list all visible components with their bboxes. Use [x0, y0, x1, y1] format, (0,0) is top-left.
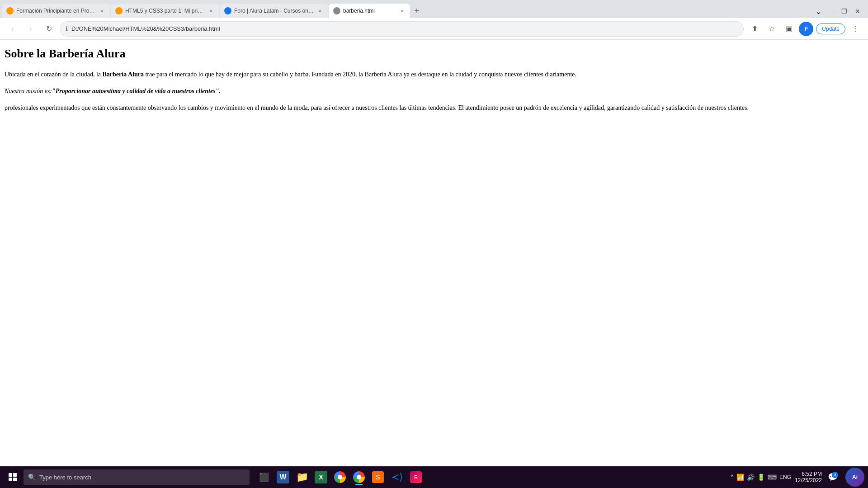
tab3-close[interactable]: × — [316, 7, 324, 14]
back-button[interactable]: ‹ — [5, 22, 20, 36]
tab4-label: barberia.html — [343, 8, 396, 14]
close-button[interactable]: ✕ — [852, 5, 863, 17]
tab-4[interactable]: barberia.html × — [329, 4, 410, 18]
clock-time: 6:52 PM — [802, 471, 822, 477]
start-button[interactable] — [4, 468, 22, 486]
tray-network-icon[interactable]: 📶 — [736, 474, 744, 481]
menu-button[interactable]: ⋮ — [848, 22, 863, 36]
tray-volume-icon[interactable]: 🔊 — [747, 474, 755, 481]
taskbar-apps: ⬛ W 📁 X S — [255, 468, 425, 486]
tab2-close[interactable]: × — [208, 7, 215, 14]
taskbar-task-view[interactable]: ⬛ — [255, 468, 273, 486]
para2-italic-prefix: Nuestra misión es: — [5, 88, 52, 94]
browser-window: Formación Principiante en Progr... × HTM… — [0, 0, 868, 488]
notification-button[interactable]: 💬 3 — [826, 470, 840, 484]
taskbar: 🔍 Type here to search ⬛ W 📁 X — [0, 466, 868, 488]
tabs-area: Formación Principiante en Progr... × HTM… — [0, 3, 809, 18]
chevron-down-icon[interactable]: ⌄ — [814, 8, 823, 14]
taskbar-vscode[interactable]: ≺⟩ — [388, 468, 406, 486]
tray-battery-icon[interactable]: 🔋 — [757, 474, 765, 481]
taskbar-word[interactable]: W — [274, 468, 292, 486]
chrome-icon-1 — [334, 471, 346, 483]
tab3-label: Foro | Alura Latam - Cursos onlin... — [234, 8, 314, 14]
bookmark-button[interactable]: ☆ — [764, 22, 779, 36]
nav-actions: ⬆ ☆ ▣ F Update ⋮ — [747, 22, 863, 36]
refresh-button[interactable]: ↻ — [42, 22, 56, 36]
windows-icon — [9, 473, 17, 481]
paragraph-1: Ubicada en el corazón de la ciudad, la B… — [5, 70, 863, 79]
excel-icon: X — [315, 471, 327, 483]
tab2-label: HTML5 y CSS3 parte 1: Mi primer... — [125, 8, 205, 14]
sublime-icon: S — [372, 471, 384, 483]
ai-button[interactable]: Ai — [845, 468, 864, 487]
tab2-favicon — [115, 7, 123, 14]
share-button[interactable]: ⬆ — [747, 22, 762, 36]
system-tray: ^ 📶 🔊 🔋 ⌨ ENG — [731, 474, 791, 481]
para2-bold-italic: "Proporcionar autoestima y calidad de vi… — [52, 88, 221, 94]
para1-suffix: trae para el mercado lo que hay de mejor… — [144, 71, 576, 78]
window-controls: ⌄ — ❐ ✕ — [809, 5, 868, 17]
vscode-icon: ≺⟩ — [391, 471, 403, 483]
search-icon: 🔍 — [28, 474, 36, 481]
para1-bold: Barbería Alura — [103, 71, 144, 78]
tab-1[interactable]: Formación Principiante en Progr... × — [2, 4, 110, 18]
minimize-button[interactable]: — — [825, 5, 836, 17]
taskbar-file-explorer[interactable]: 📁 — [293, 468, 311, 486]
clock[interactable]: 6:52 PM 12/25/2022 — [795, 471, 822, 483]
taskbar-chrome-1[interactable] — [331, 468, 349, 486]
title-bar: Formación Principiante en Progr... × HTM… — [0, 0, 868, 18]
maximize-button[interactable]: ❐ — [838, 5, 850, 17]
tab1-label: Formación Principiante en Progr... — [16, 8, 96, 14]
search-bar[interactable]: 🔍 Type here to search — [24, 469, 250, 485]
nav-bar: ‹ › ↻ ℹ D:/ONE%20Michael/HTML%20&%20CSS3… — [0, 18, 868, 40]
para1-prefix: Ubicada en el corazón de la ciudad, la — [5, 71, 103, 78]
page-title: Sobre la Barbería Alura — [5, 47, 863, 61]
taskbar-rider[interactable]: R — [407, 468, 425, 486]
split-screen-button[interactable]: ▣ — [782, 22, 796, 36]
tab4-favicon — [333, 7, 340, 14]
tab-3[interactable]: Foro | Alura Latam - Cursos onlin... × — [220, 4, 328, 18]
folder-icon: 📁 — [296, 471, 308, 483]
tab1-favicon — [6, 7, 14, 14]
paragraph-3: profesionales experimentados que están c… — [5, 103, 863, 113]
page-content: Sobre la Barbería Alura Ubicada en el co… — [0, 40, 868, 466]
tray-keyboard-icon[interactable]: ⌨ — [768, 474, 777, 481]
rider-icon: R — [410, 471, 422, 483]
taskbar-right: ^ 📶 🔊 🔋 ⌨ ENG 6:52 PM 12/25/2022 💬 3 Ai — [731, 468, 864, 487]
update-button[interactable]: Update — [816, 23, 845, 34]
address-bar[interactable]: ℹ D:/ONE%20Michael/HTML%20&%20CSS3/barbe… — [60, 21, 744, 37]
language-indicator[interactable]: ENG — [779, 474, 791, 480]
chrome-icon-2 — [353, 471, 365, 483]
word-icon: W — [277, 471, 289, 483]
clock-date: 12/25/2022 — [795, 477, 822, 483]
notification-badge: 3 — [832, 472, 838, 478]
taskbar-sublime[interactable]: S — [369, 468, 387, 486]
profile-button[interactable]: F — [799, 22, 813, 36]
tab4-close[interactable]: × — [398, 7, 406, 14]
tab-2[interactable]: HTML5 y CSS3 parte 1: Mi primer... × — [111, 4, 219, 18]
tab3-favicon — [224, 7, 231, 14]
taskbar-chrome-2[interactable] — [350, 468, 368, 486]
taskbar-excel[interactable]: X — [312, 468, 330, 486]
tray-chevron-icon[interactable]: ^ — [731, 474, 734, 481]
forward-button[interactable]: › — [24, 22, 38, 36]
tab1-close[interactable]: × — [99, 7, 106, 14]
search-placeholder: Type here to search — [39, 474, 91, 481]
paragraph-2: Nuestra misión es:"Proporcionar autoesti… — [5, 86, 863, 96]
task-view-icon: ⬛ — [259, 472, 269, 482]
new-tab-button[interactable]: + — [410, 5, 423, 17]
address-text: D:/ONE%20Michael/HTML%20&%20CSS3/barberi… — [71, 25, 738, 32]
file-icon: ℹ — [66, 25, 68, 32]
